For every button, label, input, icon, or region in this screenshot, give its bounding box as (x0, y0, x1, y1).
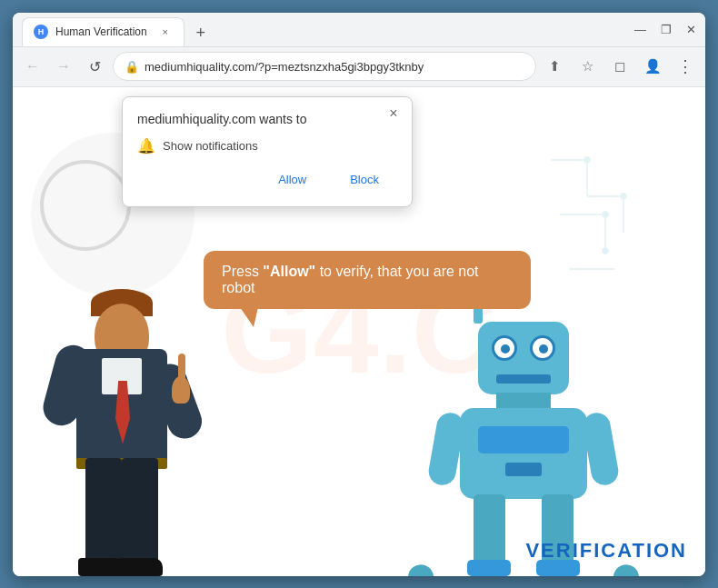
maximize-button[interactable]: ❐ (661, 23, 672, 36)
allow-button[interactable]: Allow (260, 167, 324, 192)
robot-head (478, 322, 569, 394)
popup-title: mediumhiquality.com wants to (137, 112, 397, 126)
bookmark-button[interactable]: ☆ (574, 54, 600, 79)
notification-popup: × mediumhiquality.com wants to 🔔 Show no… (122, 96, 413, 207)
robot-character (433, 322, 614, 576)
minimize-button[interactable]: — (634, 23, 646, 36)
robot-mouth (496, 374, 551, 384)
speech-text: Press "Allow" to verify, that you are no… (222, 264, 479, 295)
magnifier-decoration (40, 160, 131, 251)
block-button[interactable]: Block (332, 167, 397, 192)
tab-area: H Human Verification × + (22, 13, 634, 46)
address-bar[interactable]: 🔒 mediumhiquality.com/?p=meztsnzxha5gi3b… (113, 52, 536, 81)
profile-button[interactable]: 👤 (640, 54, 665, 79)
robot-body-light (505, 463, 542, 476)
biz-pointing-finger (178, 354, 185, 381)
title-bar: H Human Verification × + — ❐ ✕ (13, 13, 705, 47)
share-button[interactable]: ⬆ (542, 54, 567, 79)
verification-label: VERIFICATION (525, 539, 687, 563)
tab-favicon: H (34, 25, 48, 39)
robot-body (460, 408, 587, 499)
biz-right-shoe (117, 558, 163, 576)
forward-button[interactable]: → (51, 54, 76, 79)
svg-point-9 (603, 212, 608, 217)
back-button[interactable]: ← (20, 54, 45, 79)
window-controls: — ❐ ✕ (634, 23, 696, 36)
svg-point-7 (584, 157, 590, 163)
new-tab-button[interactable]: + (188, 21, 214, 46)
speech-bubble: Press "Allow" to verify, that you are no… (204, 251, 531, 309)
notification-text: Show notifications (163, 139, 258, 153)
circuit-decoration (542, 142, 651, 324)
robot-pupil-left (501, 344, 510, 354)
lock-icon: 🔒 (125, 60, 139, 74)
svg-point-10 (603, 248, 608, 254)
robot-pupil-right (539, 344, 548, 354)
url-text: mediumhiquality.com/?p=meztsnzxha5gi3bpg… (145, 60, 524, 74)
bell-icon: 🔔 (137, 137, 155, 154)
extension-button[interactable]: ◻ (607, 54, 633, 79)
robot-body-panel (478, 426, 569, 453)
page-content: G4.C × mediumhiquality.com wants to 🔔 Sh… (13, 87, 705, 576)
popup-buttons: Allow Block (137, 167, 397, 192)
robot-left-foot (467, 560, 511, 576)
popup-close-button[interactable]: × (384, 105, 403, 123)
tab-close-button[interactable]: × (158, 25, 173, 39)
tab-title: Human Verification (55, 25, 147, 38)
address-bar-row: ← → ↺ 🔒 mediumhiquality.com/?p=meztsnzxh… (13, 47, 705, 87)
browser-window: H Human Verification × + — ❐ ✕ ← → ↺ 🔒 m… (13, 13, 705, 576)
svg-point-8 (621, 194, 626, 199)
notification-row: 🔔 Show notifications (137, 137, 397, 154)
robot-left-leg (474, 494, 505, 567)
menu-button[interactable]: ⋮ (673, 54, 698, 79)
reload-button[interactable]: ↺ (82, 54, 107, 79)
address-actions: ⬆ ☆ ◻ 👤 ⋮ (542, 54, 698, 79)
active-tab[interactable]: H Human Verification × (22, 17, 184, 46)
robot-eye-left (492, 335, 517, 361)
businessman-character (31, 285, 231, 576)
robot-left-hand (406, 563, 435, 576)
robot-eye-right (530, 335, 555, 361)
robot-right-hand (612, 563, 641, 576)
close-button[interactable]: ✕ (686, 23, 696, 36)
